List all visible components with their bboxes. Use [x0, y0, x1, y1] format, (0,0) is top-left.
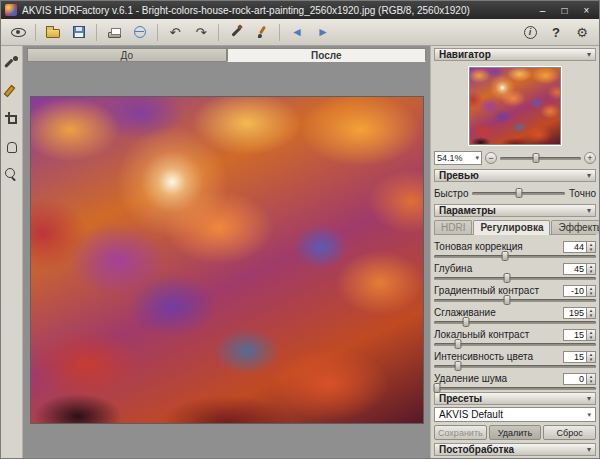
- redo-button[interactable]: ↷: [190, 21, 212, 43]
- collapse-icon[interactable]: ▾: [587, 206, 591, 215]
- parameter-value-spinbox[interactable]: 195 ▴▾: [563, 307, 596, 319]
- undo-button[interactable]: ↶: [164, 21, 186, 43]
- parameter-value-spinbox[interactable]: -10 ▴▾: [563, 285, 596, 297]
- spinner-arrows[interactable]: ▴▾: [586, 352, 595, 362]
- navigator-header[interactable]: Навигатор ▾: [434, 48, 596, 61]
- parameter-slider-track[interactable]: [434, 277, 596, 280]
- preview-header[interactable]: Превью ▾: [434, 169, 596, 182]
- spinner-arrows[interactable]: ▴▾: [586, 286, 595, 296]
- slider-handle[interactable]: [503, 273, 510, 283]
- processed-image[interactable]: [30, 96, 424, 424]
- preview-accurate-label: Точно: [569, 188, 596, 199]
- collapse-icon[interactable]: ▾: [587, 445, 591, 454]
- parameter-slider-track[interactable]: [434, 321, 596, 324]
- preset-reset-button[interactable]: Сброс: [543, 425, 596, 440]
- preset-delete-button[interactable]: Удалить: [489, 425, 542, 440]
- slider-handle[interactable]: [455, 339, 462, 349]
- parameter-value-spinbox[interactable]: 15 ▴▾: [563, 351, 596, 363]
- postprocessing-title: Постобработка: [439, 444, 514, 455]
- tab-hdri[interactable]: HDRI: [434, 220, 472, 234]
- parameter-slider-track[interactable]: [434, 255, 596, 258]
- close-button[interactable]: ×: [578, 3, 595, 17]
- spin-down-icon[interactable]: ▾: [590, 313, 593, 318]
- slider-handle[interactable]: [502, 251, 509, 261]
- pencil-tool[interactable]: [3, 81, 21, 99]
- color-picker-button[interactable]: [225, 21, 247, 43]
- tab-adjustment[interactable]: Регулировка: [473, 220, 550, 235]
- parameters-tabs: HDRI Регулировка Эффекты: [434, 219, 596, 235]
- previous-image-button[interactable]: ◄: [286, 21, 308, 43]
- maximize-button[interactable]: □: [556, 3, 573, 17]
- parameter-value-spinbox[interactable]: 0 ▴▾: [563, 373, 596, 385]
- parameter-slider-track[interactable]: [434, 365, 596, 368]
- presets-header[interactable]: Пресеты ▾: [434, 392, 596, 405]
- spinner-arrows[interactable]: ▴▾: [586, 308, 595, 318]
- parameter-slider-track[interactable]: [434, 299, 596, 302]
- parameter-label: Интенсивность цвета: [434, 351, 533, 362]
- zoom-out-button[interactable]: −: [485, 152, 497, 164]
- info-button[interactable]: i: [519, 21, 541, 43]
- settings-button[interactable]: ⚙: [571, 21, 593, 43]
- preview-quality-slider[interactable]: [472, 192, 565, 195]
- navigator-thumbnail[interactable]: [469, 67, 561, 145]
- preset-select[interactable]: AKVIS Default ▾: [434, 407, 596, 422]
- spinner-arrows[interactable]: ▴▾: [586, 242, 595, 252]
- hand-tool[interactable]: [3, 137, 21, 155]
- chevron-down-icon: ▾: [587, 411, 591, 419]
- tab-before[interactable]: До: [27, 48, 227, 62]
- preview-mode-button[interactable]: [7, 21, 29, 43]
- parameter-slider-row: Тоновая коррекция 44 ▴▾: [434, 238, 596, 260]
- share-button[interactable]: [129, 21, 151, 43]
- brush-button[interactable]: [251, 21, 273, 43]
- parameter-value-spinbox[interactable]: 44 ▴▾: [563, 241, 596, 253]
- preview-quality-control: Быстро Точно: [434, 184, 596, 202]
- spin-down-icon[interactable]: ▾: [590, 335, 593, 340]
- slider-handle[interactable]: [463, 317, 470, 327]
- pencil-icon: [5, 84, 18, 97]
- spin-down-icon[interactable]: ▾: [590, 379, 593, 384]
- help-button[interactable]: ?: [545, 21, 567, 43]
- zoom-slider[interactable]: [500, 157, 581, 160]
- zoom-tool[interactable]: [3, 165, 21, 183]
- titlebar: AKVIS HDRFactory v.6.1 - Bright-colors-h…: [1, 1, 599, 19]
- zoom-in-button[interactable]: +: [584, 152, 596, 164]
- slider-handle[interactable]: [455, 361, 462, 371]
- postprocessing-header[interactable]: Постобработка ▾: [434, 443, 596, 456]
- zoom-controls: 54.1% ▾ − +: [434, 149, 596, 167]
- parameter-slider-track[interactable]: [434, 343, 596, 346]
- slider-handle[interactable]: [434, 383, 441, 393]
- spin-down-icon[interactable]: ▾: [590, 269, 593, 274]
- collapse-icon[interactable]: ▾: [587, 50, 591, 59]
- slider-handle[interactable]: [503, 295, 510, 305]
- next-image-button[interactable]: ►: [312, 21, 334, 43]
- navigator-preview: [434, 63, 596, 149]
- minimize-button[interactable]: –: [534, 3, 551, 17]
- spinner-arrows[interactable]: ▴▾: [586, 264, 595, 274]
- image-canvas[interactable]: [23, 62, 430, 458]
- spinner-arrows[interactable]: ▴▾: [586, 330, 595, 340]
- parameters-header[interactable]: Параметры ▾: [434, 204, 596, 217]
- print-button[interactable]: [103, 21, 125, 43]
- tab-effects[interactable]: Эффекты: [551, 220, 599, 234]
- spin-down-icon[interactable]: ▾: [590, 357, 593, 362]
- save-button[interactable]: [68, 21, 90, 43]
- zoom-level-select[interactable]: 54.1% ▾: [434, 151, 482, 165]
- preview-slider-handle[interactable]: [515, 188, 522, 198]
- parameter-value-spinbox[interactable]: 15 ▴▾: [563, 329, 596, 341]
- preset-save-button[interactable]: Сохранить: [434, 425, 487, 440]
- spin-down-icon[interactable]: ▾: [590, 291, 593, 296]
- spin-down-icon[interactable]: ▾: [590, 247, 593, 252]
- open-button[interactable]: [42, 21, 64, 43]
- zoom-icon: [5, 168, 18, 181]
- spinner-arrows[interactable]: ▴▾: [586, 374, 595, 384]
- collapse-icon[interactable]: ▾: [587, 171, 591, 180]
- collapse-icon[interactable]: ▾: [587, 394, 591, 403]
- parameter-slider-row: Удаление шума 0 ▴▾: [434, 370, 596, 392]
- crop-tool[interactable]: [3, 109, 21, 127]
- tab-after[interactable]: После: [227, 48, 427, 62]
- parameter-value-spinbox[interactable]: 45 ▴▾: [563, 263, 596, 275]
- parameter-row-top: Сглаживание 195 ▴▾: [434, 306, 596, 319]
- zoom-slider-handle[interactable]: [533, 153, 540, 163]
- eyedropper-tool[interactable]: [3, 53, 21, 71]
- parameter-slider-track[interactable]: [434, 387, 596, 390]
